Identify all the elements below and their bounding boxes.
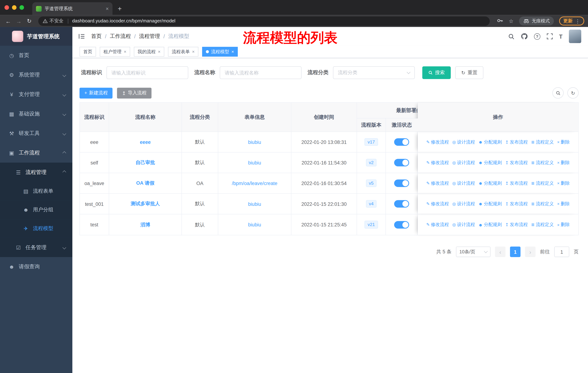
next-page-button[interactable]: › — [525, 247, 536, 257]
password-key-icon[interactable] — [495, 18, 505, 25]
process-name-link[interactable]: 自己审批 — [136, 160, 155, 165]
deploy-process-link[interactable]: ↥发布流程 — [505, 201, 528, 207]
process-name-link[interactable]: 测试多审批人 — [131, 201, 160, 207]
assign-rule-link[interactable]: ☻分配规则 — [478, 222, 502, 228]
edit-process-link[interactable]: ✎修改流程 — [426, 139, 449, 145]
browser-menu-icon[interactable]: ⋮ — [575, 18, 580, 24]
tag-process-form[interactable]: 流程表单 × — [168, 47, 199, 56]
bookmark-star-icon[interactable]: ☆ — [506, 18, 516, 24]
edit-process-link[interactable]: ✎修改流程 — [426, 201, 449, 207]
tag-tenant-management[interactable]: 租户管理 × — [100, 47, 130, 56]
active-toggle[interactable] — [394, 221, 409, 228]
browser-tab[interactable]: 芋道管理系统 × — [32, 2, 113, 15]
security-indicator[interactable]: 不安全 — [43, 18, 64, 24]
process-definition-link[interactable]: ≣流程定义 — [531, 180, 554, 186]
form-info-link[interactable]: biubiu — [248, 160, 261, 165]
delete-link[interactable]: ×删除 — [557, 159, 570, 166]
breadcrumb-process-management[interactable]: 流程管理 — [139, 33, 160, 40]
edit-process-link[interactable]: ✎修改流程 — [426, 180, 449, 186]
form-info-link[interactable]: biubiu — [248, 139, 261, 145]
github-icon[interactable] — [521, 33, 527, 40]
sidebar-item-workflow[interactable]: ▣ 工作流程 — [0, 143, 72, 163]
sidebar-item-infra[interactable]: ▦ 基础设施 — [0, 104, 72, 124]
form-info-link[interactable]: biubiu — [248, 222, 261, 227]
reload-button[interactable]: ↻ — [25, 18, 34, 24]
process-definition-link[interactable]: ≣流程定义 — [531, 159, 554, 166]
create-process-button[interactable]: + 新建流程 — [79, 87, 113, 98]
design-process-link[interactable]: ◎设计流程 — [452, 159, 475, 166]
deploy-process-link[interactable]: ↥发布流程 — [505, 180, 528, 186]
sidebar-item-system[interactable]: ⚙ 系统管理 — [0, 65, 72, 85]
page-size-select[interactable]: 10条/页 — [456, 247, 491, 257]
active-toggle[interactable] — [394, 138, 409, 146]
address-bar[interactable]: 不安全 dashboard.yudao.iocoder.cn/bpm/manag… — [38, 16, 490, 26]
search-icon[interactable] — [508, 33, 514, 40]
user-avatar[interactable] — [569, 30, 581, 43]
delete-link[interactable]: ×删除 — [557, 222, 570, 228]
sidebar-item-payment[interactable]: ¥ 支付管理 — [0, 85, 72, 104]
active-toggle[interactable] — [394, 200, 409, 208]
delete-link[interactable]: ×删除 — [557, 139, 570, 145]
fullscreen-icon[interactable] — [547, 33, 553, 39]
search-button[interactable]: 搜索 — [422, 66, 451, 79]
sidebar-item-devtools[interactable]: ⚒ 研发工具 — [0, 124, 72, 143]
active-toggle[interactable] — [394, 159, 409, 166]
process-name-link[interactable]: 滔博 — [140, 222, 150, 227]
sidebar-item-process-model[interactable]: ✈ 流程模型 — [0, 219, 72, 238]
delete-link[interactable]: ×删除 — [557, 180, 570, 186]
sidebar-item-leave-query[interactable]: ☻ 请假查询 — [0, 257, 72, 276]
design-process-link[interactable]: ◎设计流程 — [452, 139, 475, 145]
sidebar-item-task-management[interactable]: ☑ 任务管理 — [0, 238, 72, 257]
form-info-link[interactable]: biubiu — [248, 201, 261, 207]
breadcrumb-home[interactable]: 首页 — [91, 33, 102, 40]
window-minimize-button[interactable] — [12, 5, 17, 10]
process-definition-link[interactable]: ≣流程定义 — [531, 222, 554, 228]
goto-page-input[interactable] — [554, 247, 569, 257]
font-size-icon[interactable]: T — [559, 33, 562, 40]
process-name-link[interactable]: eeee — [140, 139, 151, 145]
window-close-button[interactable] — [5, 5, 9, 10]
design-process-link[interactable]: ◎设计流程 — [452, 180, 475, 186]
sidebar-item-home[interactable]: ◷ 首页 — [0, 46, 72, 65]
reset-button[interactable]: ↻ 重置 — [455, 66, 483, 79]
process-name-link[interactable]: OA 请假 — [136, 180, 154, 186]
close-icon[interactable]: × — [124, 49, 126, 54]
tab-close-icon[interactable]: × — [106, 6, 109, 12]
form-info-link[interactable]: /bpm/oa/leave/create — [232, 181, 277, 186]
process-key-input[interactable] — [106, 66, 188, 79]
design-process-link[interactable]: ◎设计流程 — [452, 222, 475, 228]
page-number-button[interactable]: 1 — [510, 247, 521, 257]
tag-home[interactable]: 首页 — [79, 47, 96, 56]
active-toggle[interactable] — [394, 179, 409, 187]
window-zoom-button[interactable] — [20, 5, 24, 10]
delete-link[interactable]: ×删除 — [557, 201, 570, 207]
breadcrumb-workflow[interactable]: 工作流程 — [110, 33, 131, 40]
refresh-table-button[interactable]: ↻ — [567, 87, 579, 99]
sidebar-item-process-form[interactable]: ▤ 流程表单 — [0, 182, 72, 201]
assign-rule-link[interactable]: ☻分配规则 — [478, 201, 502, 207]
sidebar-item-user-group[interactable]: ☻ 用户分组 — [0, 201, 72, 219]
deploy-process-link[interactable]: ↥发布流程 — [505, 159, 528, 166]
process-definition-link[interactable]: ≣流程定义 — [531, 201, 554, 207]
assign-rule-link[interactable]: ☻分配规则 — [478, 180, 502, 186]
process-name-input[interactable] — [220, 66, 302, 79]
forward-button[interactable]: → — [14, 18, 23, 24]
close-icon[interactable]: × — [192, 49, 194, 54]
process-definition-link[interactable]: ≣流程定义 — [531, 139, 554, 145]
help-icon[interactable]: ? — [534, 33, 540, 40]
new-tab-button[interactable]: + — [118, 5, 122, 13]
assign-rule-link[interactable]: ☻分配规则 — [478, 139, 502, 145]
close-icon[interactable]: × — [231, 49, 234, 54]
close-icon[interactable]: × — [158, 49, 160, 54]
back-button[interactable]: ← — [4, 18, 13, 24]
edit-process-link[interactable]: ✎修改流程 — [426, 222, 449, 228]
deploy-process-link[interactable]: ↥发布流程 — [505, 222, 528, 228]
prev-page-button[interactable]: ‹ — [495, 247, 506, 257]
toggle-search-button[interactable] — [552, 87, 564, 99]
sidebar-fold-icon[interactable] — [78, 33, 85, 39]
sidebar-item-process-management[interactable]: ☰ 流程管理 — [0, 163, 72, 182]
assign-rule-link[interactable]: ☻分配规则 — [478, 159, 502, 166]
browser-update-button[interactable]: 更新 ⋮ — [559, 17, 584, 26]
design-process-link[interactable]: ◎设计流程 — [452, 201, 475, 207]
import-process-button[interactable]: ↥ 导入流程 — [117, 87, 151, 98]
